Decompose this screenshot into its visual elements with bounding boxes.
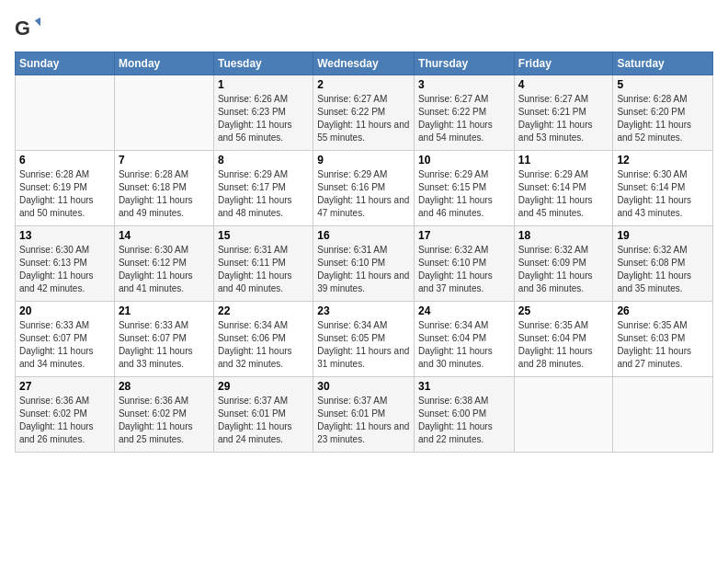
calendar-cell: 27Sunrise: 6:36 AMSunset: 6:02 PMDayligh… [16, 377, 115, 453]
day-number: 16 [317, 229, 410, 242]
day-info: Sunrise: 6:32 AMSunset: 6:08 PMDaylight:… [617, 244, 709, 295]
calendar-cell: 8Sunrise: 6:29 AMSunset: 6:17 PMDaylight… [213, 151, 313, 226]
day-number: 21 [119, 304, 210, 317]
day-number: 27 [19, 380, 110, 393]
day-number: 1 [218, 78, 309, 91]
day-info: Sunrise: 6:30 AMSunset: 6:14 PMDaylight:… [617, 168, 709, 220]
day-info: Sunrise: 6:29 AMSunset: 6:14 PMDaylight:… [518, 168, 609, 220]
calendar-cell: 20Sunrise: 6:33 AMSunset: 6:07 PMDayligh… [16, 302, 115, 377]
day-number: 8 [218, 154, 309, 167]
calendar-cell: 9Sunrise: 6:29 AMSunset: 6:16 PMDaylight… [313, 151, 415, 226]
day-info: Sunrise: 6:37 AMSunset: 6:01 PMDaylight:… [317, 395, 410, 446]
calendar-cell: 26Sunrise: 6:35 AMSunset: 6:03 PMDayligh… [613, 302, 713, 377]
logo: G [15, 15, 44, 40]
calendar-week-row: 20Sunrise: 6:33 AMSunset: 6:07 PMDayligh… [16, 302, 713, 377]
calendar-cell: 15Sunrise: 6:31 AMSunset: 6:11 PMDayligh… [213, 226, 313, 302]
day-number: 2 [317, 78, 410, 91]
calendar-header-row: SundayMondayTuesdayWednesdayThursdayFrid… [16, 52, 713, 75]
day-number: 17 [418, 229, 510, 242]
day-of-week-header: Friday [514, 52, 613, 75]
calendar-cell: 28Sunrise: 6:36 AMSunset: 6:02 PMDayligh… [114, 377, 213, 453]
calendar-cell: 2Sunrise: 6:27 AMSunset: 6:22 PMDaylight… [313, 75, 415, 151]
day-number: 24 [418, 304, 510, 317]
calendar-week-row: 27Sunrise: 6:36 AMSunset: 6:02 PMDayligh… [16, 377, 713, 453]
day-info: Sunrise: 6:29 AMSunset: 6:16 PMDaylight:… [317, 168, 410, 220]
calendar-cell: 23Sunrise: 6:34 AMSunset: 6:05 PMDayligh… [313, 302, 415, 377]
calendar-cell: 3Sunrise: 6:27 AMSunset: 6:22 PMDaylight… [415, 75, 515, 151]
day-info: Sunrise: 6:36 AMSunset: 6:02 PMDaylight:… [19, 395, 110, 446]
calendar-table: SundayMondayTuesdayWednesdayThursdayFrid… [15, 52, 713, 453]
day-info: Sunrise: 6:34 AMSunset: 6:06 PMDaylight:… [218, 319, 309, 371]
day-info: Sunrise: 6:27 AMSunset: 6:22 PMDaylight:… [418, 93, 510, 144]
day-number: 30 [317, 380, 410, 393]
day-number: 14 [119, 229, 210, 242]
day-number: 22 [218, 304, 309, 317]
day-number: 19 [617, 229, 709, 242]
day-number: 28 [119, 380, 210, 393]
day-number: 11 [518, 154, 609, 167]
day-info: Sunrise: 6:30 AMSunset: 6:13 PMDaylight:… [19, 244, 110, 295]
day-number: 4 [518, 78, 609, 91]
day-of-week-header: Wednesday [313, 52, 415, 75]
calendar-cell: 10Sunrise: 6:29 AMSunset: 6:15 PMDayligh… [415, 151, 515, 226]
day-number: 13 [19, 229, 110, 242]
day-number: 6 [19, 154, 110, 167]
day-info: Sunrise: 6:29 AMSunset: 6:15 PMDaylight:… [418, 168, 510, 220]
calendar-cell: 25Sunrise: 6:35 AMSunset: 6:04 PMDayligh… [514, 302, 613, 377]
day-number: 20 [19, 304, 110, 317]
calendar-cell: 6Sunrise: 6:28 AMSunset: 6:19 PMDaylight… [16, 151, 115, 226]
calendar-cell: 17Sunrise: 6:32 AMSunset: 6:10 PMDayligh… [415, 226, 515, 302]
day-info: Sunrise: 6:30 AMSunset: 6:12 PMDaylight:… [119, 244, 210, 295]
calendar-week-row: 13Sunrise: 6:30 AMSunset: 6:13 PMDayligh… [16, 226, 713, 302]
day-info: Sunrise: 6:35 AMSunset: 6:03 PMDaylight:… [617, 319, 709, 371]
day-of-week-header: Thursday [415, 52, 515, 75]
calendar-cell [514, 377, 613, 453]
day-info: Sunrise: 6:38 AMSunset: 6:00 PMDaylight:… [418, 395, 510, 446]
page-container: G SundayMondayTuesdayWednesdayThursdayFr… [0, 0, 728, 563]
day-info: Sunrise: 6:31 AMSunset: 6:10 PMDaylight:… [317, 244, 410, 295]
calendar-cell: 13Sunrise: 6:30 AMSunset: 6:13 PMDayligh… [16, 226, 115, 302]
day-info: Sunrise: 6:28 AMSunset: 6:20 PMDaylight:… [617, 93, 709, 144]
day-number: 29 [218, 380, 309, 393]
calendar-cell: 1Sunrise: 6:26 AMSunset: 6:23 PMDaylight… [213, 75, 313, 151]
calendar-cell: 31Sunrise: 6:38 AMSunset: 6:00 PMDayligh… [415, 377, 515, 453]
day-info: Sunrise: 6:33 AMSunset: 6:07 PMDaylight:… [19, 319, 110, 371]
day-number: 23 [317, 304, 410, 317]
day-number: 7 [119, 154, 210, 167]
day-number: 31 [418, 380, 510, 393]
day-info: Sunrise: 6:34 AMSunset: 6:05 PMDaylight:… [317, 319, 410, 371]
calendar-cell: 21Sunrise: 6:33 AMSunset: 6:07 PMDayligh… [114, 302, 213, 377]
day-of-week-header: Tuesday [213, 52, 313, 75]
calendar-cell: 29Sunrise: 6:37 AMSunset: 6:01 PMDayligh… [213, 377, 313, 453]
day-info: Sunrise: 6:34 AMSunset: 6:04 PMDaylight:… [418, 319, 510, 371]
day-number: 9 [317, 154, 410, 167]
day-info: Sunrise: 6:26 AMSunset: 6:23 PMDaylight:… [218, 93, 309, 144]
calendar-week-row: 6Sunrise: 6:28 AMSunset: 6:19 PMDaylight… [16, 151, 713, 226]
day-info: Sunrise: 6:33 AMSunset: 6:07 PMDaylight:… [119, 319, 210, 371]
day-info: Sunrise: 6:27 AMSunset: 6:22 PMDaylight:… [317, 93, 410, 144]
calendar-cell: 7Sunrise: 6:28 AMSunset: 6:18 PMDaylight… [114, 151, 213, 226]
svg-marker-1 [35, 17, 40, 26]
calendar-cell [114, 75, 213, 151]
calendar-cell: 30Sunrise: 6:37 AMSunset: 6:01 PMDayligh… [313, 377, 415, 453]
calendar-cell: 24Sunrise: 6:34 AMSunset: 6:04 PMDayligh… [415, 302, 515, 377]
day-info: Sunrise: 6:32 AMSunset: 6:10 PMDaylight:… [418, 244, 510, 295]
calendar-cell: 16Sunrise: 6:31 AMSunset: 6:10 PMDayligh… [313, 226, 415, 302]
day-info: Sunrise: 6:28 AMSunset: 6:19 PMDaylight:… [19, 168, 110, 220]
day-number: 5 [617, 78, 709, 91]
calendar-cell [16, 75, 115, 151]
day-number: 18 [518, 229, 609, 242]
calendar-cell [613, 377, 713, 453]
calendar-cell: 5Sunrise: 6:28 AMSunset: 6:20 PMDaylight… [613, 75, 713, 151]
calendar-cell: 4Sunrise: 6:27 AMSunset: 6:21 PMDaylight… [514, 75, 613, 151]
day-info: Sunrise: 6:32 AMSunset: 6:09 PMDaylight:… [518, 244, 609, 295]
day-number: 25 [518, 304, 609, 317]
day-info: Sunrise: 6:36 AMSunset: 6:02 PMDaylight:… [119, 395, 210, 446]
calendar-cell: 18Sunrise: 6:32 AMSunset: 6:09 PMDayligh… [514, 226, 613, 302]
day-of-week-header: Monday [114, 52, 213, 75]
calendar-cell: 19Sunrise: 6:32 AMSunset: 6:08 PMDayligh… [613, 226, 713, 302]
day-number: 10 [418, 154, 510, 167]
calendar-cell: 11Sunrise: 6:29 AMSunset: 6:14 PMDayligh… [514, 151, 613, 226]
day-info: Sunrise: 6:35 AMSunset: 6:04 PMDaylight:… [518, 319, 609, 371]
day-info: Sunrise: 6:29 AMSunset: 6:17 PMDaylight:… [218, 168, 309, 220]
